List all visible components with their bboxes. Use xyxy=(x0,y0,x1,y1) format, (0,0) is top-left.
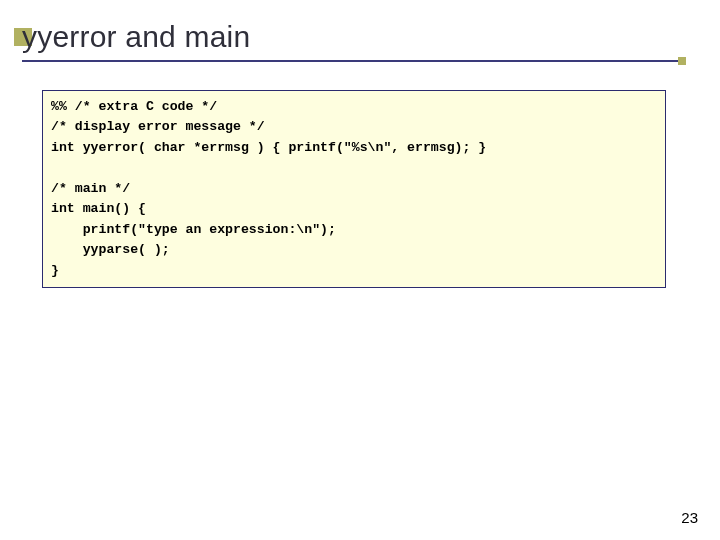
code-box: %% /* extra C code */ /* display error m… xyxy=(42,90,666,288)
code-content: %% /* extra C code */ /* display error m… xyxy=(51,97,657,281)
title-block: yyerror and main xyxy=(14,20,680,53)
page-number: 23 xyxy=(681,509,698,526)
title-underline xyxy=(22,60,680,62)
slide: yyerror and main %% /* extra C code */ /… xyxy=(0,0,720,540)
page-title: yyerror and main xyxy=(22,20,680,53)
